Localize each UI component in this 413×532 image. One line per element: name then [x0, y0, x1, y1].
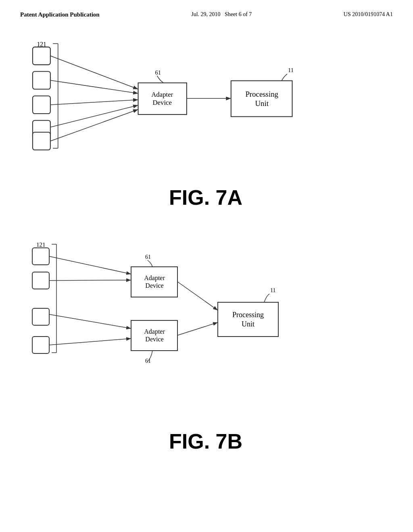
- fig7b-ref-11-line: [264, 294, 269, 302]
- fig7b-svg: 121 Adapter Device 61 Adapter Device 61: [24, 234, 371, 427]
- date-sheet: Jul. 29, 2010 Sheet 6 of 7: [191, 11, 252, 18]
- adapter-label-1: Adapter: [151, 91, 173, 98]
- fig7b-arrow-4: [49, 339, 131, 345]
- fig7a-ref-11: 11: [288, 67, 294, 73]
- fig7b-processing-label-1: Processing: [232, 311, 264, 319]
- fig7b-arrow-2: [49, 280, 131, 281]
- arrow-2: [50, 80, 138, 93]
- arrow-5: [50, 110, 138, 141]
- fig7b-adapter-bot-label-2: Device: [145, 336, 163, 343]
- processing-box: [231, 81, 292, 116]
- fig7b-arrow-3: [49, 314, 131, 328]
- fig7a-ref-121: 121: [37, 41, 46, 48]
- input-box-3: [33, 96, 50, 114]
- fig7b-input-box-3: [32, 308, 49, 325]
- fig7a-ref-61: 61: [155, 69, 161, 76]
- sheet-info: Sheet 6 of 7: [225, 11, 252, 17]
- adapter-label-2: Device: [153, 99, 172, 106]
- fig7b-processing-box: [218, 302, 278, 337]
- fig7b-ref-121: 121: [36, 241, 46, 248]
- ref-61-line: [157, 76, 164, 83]
- page-header: Patent Application Publication Jul. 29, …: [0, 0, 413, 18]
- fig7b-adapter-top-label-1: Adapter: [144, 274, 165, 282]
- input-box-5: [33, 132, 50, 150]
- fig7b-input-box-4: [32, 337, 49, 353]
- fig7b-input-box-2: [32, 272, 49, 289]
- fig7b-adapter-bot-label-1: Adapter: [144, 328, 165, 335]
- fig7b-adapter-top-label-2: Device: [145, 282, 163, 289]
- fig7b-diagram: 121 Adapter Device 61 Adapter Device 61: [24, 234, 387, 455]
- processing-label-1: Processing: [245, 90, 278, 98]
- arrow-4: [50, 105, 138, 127]
- fig7b-arrow-top-to-proc: [177, 282, 218, 310]
- input-box-1: [33, 47, 50, 65]
- fig7a-diagram: 121 Adapter Device 61: [24, 32, 387, 214]
- arrow-1: [50, 56, 138, 89]
- patent-number: US 2010/0191074 A1: [344, 11, 393, 18]
- fig7b-ref-61-top-line: [148, 260, 152, 267]
- fig7b-input-box-1: [32, 248, 49, 265]
- fig7b-processing-label-2: Unit: [242, 320, 254, 328]
- fig7b-arrow-1: [49, 256, 131, 274]
- arrow-3: [50, 100, 138, 105]
- fig7b-ref-11: 11: [270, 287, 275, 293]
- ref-11-line: [282, 74, 287, 81]
- fig7a-label: FIG. 7A: [169, 185, 242, 210]
- input-box-2: [33, 71, 50, 89]
- pub-date: Jul. 29, 2010: [191, 11, 220, 17]
- fig7b-label: FIG. 7B: [169, 429, 242, 453]
- processing-label-2: Unit: [255, 99, 269, 108]
- fig7b-ref-61-top: 61: [145, 254, 151, 260]
- fig7b-arrow-bot-to-proc: [177, 322, 218, 335]
- publication-title: Patent Application Publication: [20, 11, 100, 18]
